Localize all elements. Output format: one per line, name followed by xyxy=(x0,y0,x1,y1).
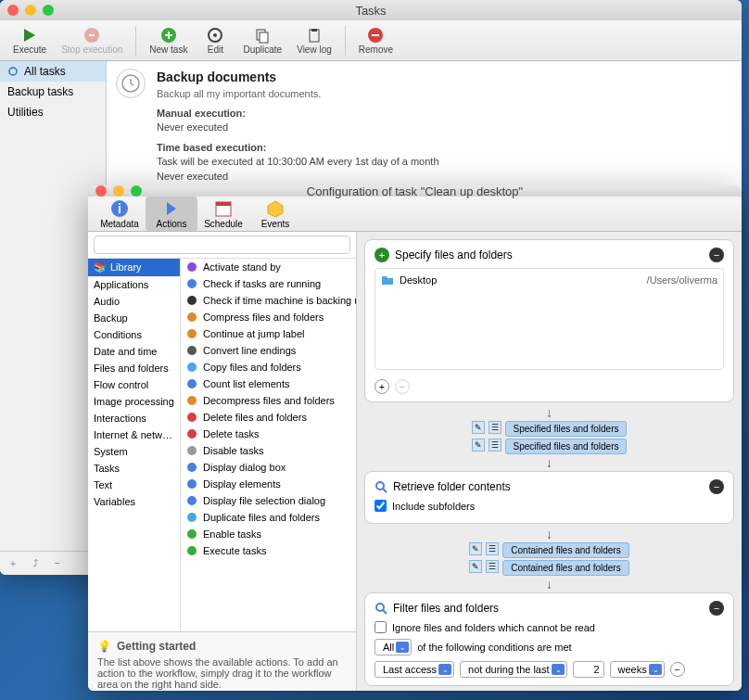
tab-metadata[interactable]: i Metadata xyxy=(94,197,146,231)
action-item[interactable]: Execute tasks xyxy=(181,542,356,559)
action-item[interactable]: Convert line endings xyxy=(181,342,356,359)
tab-events[interactable]: Events xyxy=(249,197,301,231)
sidebar-item-all[interactable]: All tasks xyxy=(0,61,106,82)
max-dot[interactable] xyxy=(131,185,142,197)
filter-icon xyxy=(374,602,387,615)
op-select[interactable]: not during the last⌄ xyxy=(460,661,566,678)
category-item[interactable]: 📚Library xyxy=(88,259,180,276)
include-subfolders-checkbox[interactable] xyxy=(374,500,387,512)
svg-point-24 xyxy=(187,346,197,355)
remove-file-button[interactable]: − xyxy=(395,379,410,394)
svg-rect-9 xyxy=(311,29,317,32)
collapse-button[interactable]: − xyxy=(709,248,724,262)
action-item[interactable]: Display dialog box xyxy=(181,459,356,476)
svg-rect-2 xyxy=(89,34,95,36)
field-select[interactable]: Last access⌄ xyxy=(374,661,454,678)
task-row[interactable]: Backup documents Backup all my important… xyxy=(107,61,742,206)
action-item[interactable]: Activate stand by xyxy=(181,259,356,275)
help-panel: 💡Getting started The list above shows th… xyxy=(88,631,356,691)
add-file-button[interactable]: + xyxy=(374,379,389,394)
edit-chip-btn[interactable]: ✎ xyxy=(469,542,482,555)
max-dot[interactable] xyxy=(43,5,54,16)
close-dot[interactable] xyxy=(7,5,19,16)
category-item[interactable]: System xyxy=(88,443,180,460)
stop-button[interactable]: Stop execution xyxy=(56,24,128,57)
category-item[interactable]: Files and folders xyxy=(88,360,180,376)
list-chip-btn[interactable]: ☰ xyxy=(486,560,499,573)
action-icon xyxy=(186,328,197,339)
category-item[interactable]: Variables xyxy=(88,493,180,510)
category-item[interactable]: Tasks xyxy=(88,460,180,477)
action-item[interactable]: Compress files and folders xyxy=(181,309,356,325)
new-task-button[interactable]: New task xyxy=(144,24,193,57)
action-item[interactable]: Enable tasks xyxy=(181,526,356,542)
category-item[interactable]: Applications xyxy=(88,276,180,293)
svg-point-37 xyxy=(376,482,384,490)
sidebar-item-backup[interactable]: Backup tasks xyxy=(0,82,106,102)
tab-schedule[interactable]: Schedule xyxy=(197,197,249,231)
add-btn[interactable]: ＋ xyxy=(6,556,20,571)
sidebar-item-utilities[interactable]: Utilities xyxy=(0,102,106,122)
list-chip-btn[interactable]: ☰ xyxy=(489,421,501,434)
edit-chip-btn[interactable]: ✎ xyxy=(472,421,485,434)
category-item[interactable]: Conditions xyxy=(88,326,180,343)
min-dot[interactable] xyxy=(25,5,36,16)
edit-chip-btn[interactable]: ✎ xyxy=(472,439,485,452)
category-item[interactable]: Audio xyxy=(88,293,180,310)
category-item[interactable]: Interactions xyxy=(88,410,180,426)
category-item[interactable]: Date and time xyxy=(88,343,180,360)
duplicate-button[interactable]: Duplicate xyxy=(237,24,287,57)
ignore-unreadable-checkbox[interactable] xyxy=(374,621,387,633)
help-text: The list above shows the available actio… xyxy=(97,656,347,690)
edit-button[interactable]: Edit xyxy=(197,24,234,57)
svg-point-21 xyxy=(187,296,197,305)
result-chip[interactable]: Contained files and folders xyxy=(502,542,628,558)
action-item[interactable]: Copy files and folders xyxy=(181,359,356,375)
bulb-icon: 💡 xyxy=(97,640,111,653)
share-btn[interactable]: ⤴ xyxy=(28,556,43,571)
file-row[interactable]: Desktop /Users/oliverma xyxy=(379,273,719,287)
num-input[interactable] xyxy=(573,661,604,678)
execute-button[interactable]: Execute xyxy=(7,24,52,57)
close-dot[interactable] xyxy=(95,185,107,197)
result-chip[interactable]: Specified files and folders xyxy=(505,439,628,454)
svg-point-30 xyxy=(187,446,197,455)
action-item[interactable]: Count list elements xyxy=(181,375,356,392)
match-select[interactable]: All⌄ xyxy=(374,639,412,655)
action-item[interactable]: Check if time machine is backing up dat xyxy=(181,292,356,309)
result-chip[interactable]: Contained files and folders xyxy=(502,560,628,576)
remove-button[interactable]: Remove xyxy=(353,24,399,57)
list-chip-btn[interactable]: ☰ xyxy=(489,439,501,452)
view-log-button[interactable]: View log xyxy=(291,24,337,57)
svg-point-31 xyxy=(187,463,197,472)
minus-icon xyxy=(366,26,385,45)
action-item[interactable]: Display elements xyxy=(181,476,356,492)
action-item[interactable]: Disable tasks xyxy=(181,442,356,459)
action-item[interactable]: Duplicate files and folders xyxy=(181,509,356,526)
category-item[interactable]: Internet & network xyxy=(88,426,180,443)
action-item[interactable]: Decompress files and folders xyxy=(181,392,356,409)
search-input[interactable] xyxy=(94,235,350,254)
category-item[interactable]: Flow control xyxy=(88,376,180,393)
svg-point-29 xyxy=(187,429,197,439)
collapse-button[interactable]: − xyxy=(709,601,724,616)
edit-chip-btn[interactable]: ✎ xyxy=(469,560,482,573)
action-item[interactable]: Display file selection dialog xyxy=(181,492,356,509)
list-chip-btn[interactable]: ☰ xyxy=(486,542,499,555)
category-item[interactable]: Backup xyxy=(88,310,180,326)
unit-select[interactable]: weeks⌄ xyxy=(610,661,665,678)
action-item[interactable]: Delete files and folders xyxy=(181,409,356,426)
collapse-button[interactable]: − xyxy=(709,479,724,494)
result-chip[interactable]: Specified files and folders xyxy=(505,421,628,437)
action-item[interactable]: Continue at jump label xyxy=(181,325,356,342)
remove-btn[interactable]: − xyxy=(50,556,65,571)
category-item[interactable]: Text xyxy=(88,477,180,493)
remove-cond-button[interactable]: − xyxy=(670,662,685,677)
svg-point-38 xyxy=(376,604,384,611)
action-item[interactable]: Delete tasks xyxy=(181,426,356,442)
titlebar: Tasks xyxy=(0,0,742,20)
category-item[interactable]: Image processing xyxy=(88,393,180,410)
tab-actions[interactable]: Actions xyxy=(146,197,197,231)
min-dot[interactable] xyxy=(113,185,124,197)
action-item[interactable]: Check if tasks are running xyxy=(181,275,356,292)
